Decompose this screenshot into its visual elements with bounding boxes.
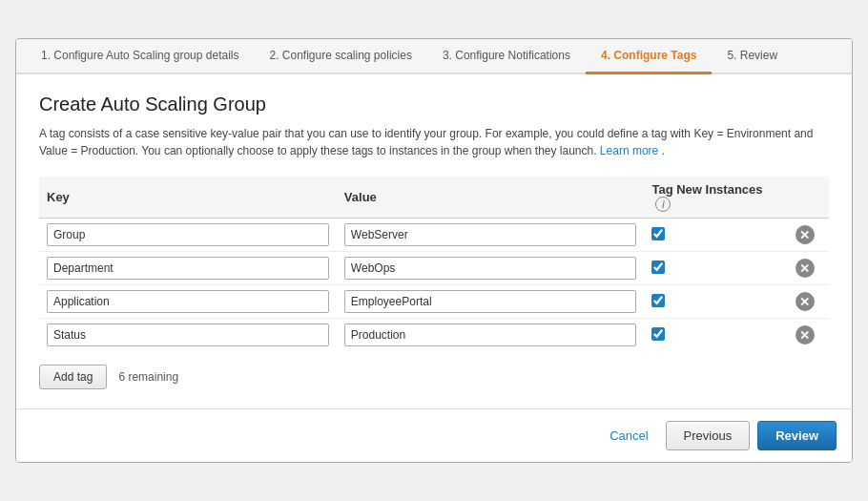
page-description: A tag consists of a case sensitive key-v… (39, 125, 821, 159)
tag-table: Key Value Tag New Instances i (39, 177, 829, 352)
table-row: ✕ (39, 252, 829, 285)
tag-new-instances-checkbox-1[interactable] (651, 261, 665, 274)
col-header-tag-new-instances: Tag New Instances i (644, 177, 788, 219)
add-tag-row: Add tag 6 remaining (39, 365, 829, 389)
table-row: ✕ (39, 319, 829, 352)
page-title: Create Auto Scaling Group (39, 94, 829, 115)
remove-icon-1: ✕ (796, 259, 815, 278)
tag-new-instances-checkbox-0[interactable] (651, 227, 665, 240)
main-window: 1. Configure Auto Scaling group details … (15, 38, 853, 464)
remove-icon-2: ✕ (796, 292, 815, 311)
remove-row-button-3[interactable]: ✕ (796, 325, 815, 344)
review-button[interactable]: Review (757, 421, 837, 450)
remove-icon-0: ✕ (796, 225, 815, 244)
value-input-2[interactable] (344, 290, 637, 313)
previous-button[interactable]: Previous (666, 421, 751, 450)
tab-notifications[interactable]: 3. Configure Notifications (427, 39, 586, 74)
footer: Cancel Previous Review (16, 408, 852, 462)
tag-new-instances-checkbox-2[interactable] (651, 294, 665, 307)
tab-scaling-policies[interactable]: 2. Configure scaling policies (254, 39, 426, 74)
tab-configure-tags[interactable]: 4. Configure Tags (586, 39, 712, 74)
remove-row-button-0[interactable]: ✕ (796, 225, 815, 244)
col-header-action (788, 177, 829, 219)
learn-more-link[interactable]: Learn more (600, 144, 658, 157)
cancel-button[interactable]: Cancel (600, 423, 657, 449)
add-tag-button[interactable]: Add tag (39, 365, 107, 389)
tag-new-instances-info-icon[interactable]: i (655, 197, 671, 212)
key-input-2[interactable] (47, 290, 329, 313)
table-row: ✕ (39, 219, 829, 252)
tag-new-instances-checkbox-3[interactable] (651, 327, 665, 341)
key-input-0[interactable] (47, 223, 329, 246)
remove-row-button-1[interactable]: ✕ (796, 259, 815, 278)
remove-row-button-2[interactable]: ✕ (796, 292, 815, 311)
key-input-3[interactable] (47, 324, 329, 346)
main-content: Create Auto Scaling Group A tag consists… (16, 74, 852, 409)
remove-icon-3: ✕ (796, 325, 815, 344)
value-input-3[interactable] (344, 324, 637, 346)
key-input-1[interactable] (47, 257, 329, 280)
tab-review[interactable]: 5. Review (712, 39, 793, 74)
remaining-count: 6 remaining (118, 370, 178, 384)
tab-configure-group[interactable]: 1. Configure Auto Scaling group details (26, 39, 254, 74)
value-input-1[interactable] (344, 257, 637, 280)
col-header-key: Key (39, 177, 337, 219)
tab-bar: 1. Configure Auto Scaling group details … (16, 39, 852, 74)
value-input-0[interactable] (344, 223, 637, 246)
table-row: ✕ (39, 285, 829, 319)
col-header-value: Value (337, 177, 645, 219)
